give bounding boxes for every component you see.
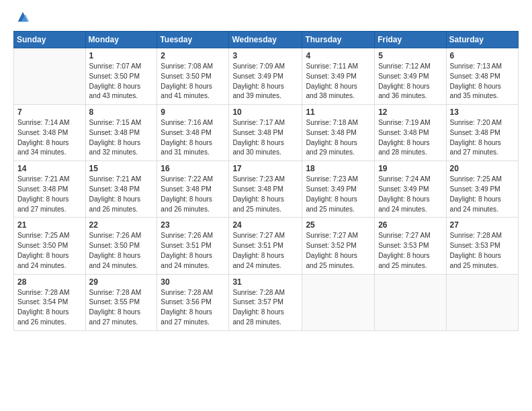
day-info: Sunrise: 7:18 AMSunset: 3:48 PMDaylight:… [306,118,371,158]
calendar-cell: 5Sunrise: 7:12 AMSunset: 3:49 PMDaylight… [375,48,446,105]
calendar-cell: 31Sunrise: 7:28 AMSunset: 3:57 PMDayligh… [229,274,302,330]
calendar-cell: 11Sunrise: 7:18 AMSunset: 3:48 PMDayligh… [302,105,375,161]
day-number: 23 [161,220,225,230]
day-info: Sunrise: 7:15 AMSunset: 3:48 PMDaylight:… [89,118,154,158]
day-number: 21 [17,220,82,230]
calendar-cell: 6Sunrise: 7:13 AMSunset: 3:48 PMDaylight… [446,48,518,105]
day-number: 24 [232,220,298,230]
calendar-cell: 12Sunrise: 7:19 AMSunset: 3:48 PMDayligh… [375,105,446,161]
day-number: 31 [232,277,298,287]
calendar-cell: 19Sunrise: 7:24 AMSunset: 3:49 PMDayligh… [375,161,446,218]
day-info: Sunrise: 7:08 AMSunset: 3:50 PMDaylight:… [161,62,225,101]
day-info: Sunrise: 7:11 AMSunset: 3:49 PMDaylight:… [306,62,371,101]
day-info: Sunrise: 7:19 AMSunset: 3:48 PMDaylight:… [378,118,442,158]
day-number: 19 [378,164,442,173]
calendar-cell: 16Sunrise: 7:22 AMSunset: 3:48 PMDayligh… [157,161,229,218]
day-info: Sunrise: 7:28 AMSunset: 3:57 PMDaylight:… [232,288,298,328]
day-info: Sunrise: 7:17 AMSunset: 3:48 PMDaylight:… [232,118,298,158]
header-wednesday: Wednesday [229,32,302,48]
logo-icon [15,9,30,24]
calendar-cell: 14Sunrise: 7:21 AMSunset: 3:48 PMDayligh… [14,161,86,218]
day-number: 18 [306,164,371,173]
logo [13,12,30,24]
header [13,12,519,24]
day-number: 7 [17,107,82,117]
calendar-cell: 2Sunrise: 7:08 AMSunset: 3:50 PMDaylight… [157,48,229,105]
calendar-cell: 15Sunrise: 7:21 AMSunset: 3:48 PMDayligh… [85,161,157,218]
day-info: Sunrise: 7:23 AMSunset: 3:49 PMDaylight:… [306,175,371,214]
calendar-cell: 29Sunrise: 7:28 AMSunset: 3:55 PMDayligh… [85,274,157,330]
calendar-cell: 3Sunrise: 7:09 AMSunset: 3:49 PMDaylight… [229,48,302,105]
day-info: Sunrise: 7:21 AMSunset: 3:48 PMDaylight:… [89,175,154,214]
day-number: 4 [306,51,371,60]
day-number: 11 [306,107,371,117]
header-tuesday: Tuesday [157,32,229,48]
day-info: Sunrise: 7:12 AMSunset: 3:49 PMDaylight:… [378,62,442,101]
calendar-week-row: 1Sunrise: 7:07 AMSunset: 3:50 PMDaylight… [14,48,519,105]
day-info: Sunrise: 7:24 AMSunset: 3:49 PMDaylight:… [378,175,442,214]
calendar-week-row: 7Sunrise: 7:14 AMSunset: 3:48 PMDaylight… [14,105,519,161]
calendar-cell: 20Sunrise: 7:25 AMSunset: 3:49 PMDayligh… [446,161,518,218]
day-number: 2 [161,51,225,60]
calendar-week-row: 28Sunrise: 7:28 AMSunset: 3:54 PMDayligh… [14,274,519,330]
calendar-header: Sunday Monday Tuesday Wednesday Thursday… [14,32,519,48]
calendar-cell: 4Sunrise: 7:11 AMSunset: 3:49 PMDaylight… [302,48,375,105]
calendar-body: 1Sunrise: 7:07 AMSunset: 3:50 PMDaylight… [14,48,519,331]
weekday-header-row: Sunday Monday Tuesday Wednesday Thursday… [14,32,519,48]
day-info: Sunrise: 7:13 AMSunset: 3:48 PMDaylight:… [450,62,515,101]
calendar-cell: 21Sunrise: 7:25 AMSunset: 3:50 PMDayligh… [14,218,86,274]
calendar-week-row: 14Sunrise: 7:21 AMSunset: 3:48 PMDayligh… [14,161,519,218]
day-number: 26 [378,220,442,230]
day-number: 9 [161,107,225,117]
day-info: Sunrise: 7:26 AMSunset: 3:50 PMDaylight:… [89,231,154,271]
calendar-cell: 8Sunrise: 7:15 AMSunset: 3:48 PMDaylight… [85,105,157,161]
page: Sunday Monday Tuesday Wednesday Thursday… [0,0,532,411]
calendar-cell: 27Sunrise: 7:28 AMSunset: 3:53 PMDayligh… [446,218,518,274]
header-sunday: Sunday [14,32,86,48]
day-info: Sunrise: 7:27 AMSunset: 3:51 PMDaylight:… [232,231,298,271]
day-number: 30 [161,277,225,287]
calendar-cell [14,48,86,105]
day-number: 14 [17,164,82,173]
day-number: 25 [306,220,371,230]
header-friday: Friday [375,32,446,48]
day-number: 22 [89,220,154,230]
day-number: 28 [17,277,82,287]
day-info: Sunrise: 7:14 AMSunset: 3:48 PMDaylight:… [17,118,82,158]
day-number: 12 [378,107,442,117]
header-saturday: Saturday [446,32,518,48]
day-info: Sunrise: 7:26 AMSunset: 3:51 PMDaylight:… [161,231,225,271]
calendar-cell [302,274,375,330]
day-info: Sunrise: 7:07 AMSunset: 3:50 PMDaylight:… [89,62,154,101]
day-info: Sunrise: 7:27 AMSunset: 3:52 PMDaylight:… [306,231,371,271]
day-number: 10 [232,107,298,117]
calendar-cell: 25Sunrise: 7:27 AMSunset: 3:52 PMDayligh… [302,218,375,274]
calendar-cell [446,274,518,330]
day-info: Sunrise: 7:23 AMSunset: 3:48 PMDaylight:… [232,175,298,214]
day-info: Sunrise: 7:27 AMSunset: 3:53 PMDaylight:… [378,231,442,271]
calendar-cell: 28Sunrise: 7:28 AMSunset: 3:54 PMDayligh… [14,274,86,330]
day-info: Sunrise: 7:16 AMSunset: 3:48 PMDaylight:… [161,118,225,158]
day-info: Sunrise: 7:21 AMSunset: 3:48 PMDaylight:… [17,175,82,214]
day-number: 15 [89,164,154,173]
calendar-cell: 24Sunrise: 7:27 AMSunset: 3:51 PMDayligh… [229,218,302,274]
calendar-cell: 22Sunrise: 7:26 AMSunset: 3:50 PMDayligh… [85,218,157,274]
day-number: 6 [450,51,515,60]
day-info: Sunrise: 7:20 AMSunset: 3:48 PMDaylight:… [450,118,515,158]
day-info: Sunrise: 7:28 AMSunset: 3:54 PMDaylight:… [17,288,82,328]
calendar-cell: 30Sunrise: 7:28 AMSunset: 3:56 PMDayligh… [157,274,229,330]
calendar-cell: 9Sunrise: 7:16 AMSunset: 3:48 PMDaylight… [157,105,229,161]
calendar-week-row: 21Sunrise: 7:25 AMSunset: 3:50 PMDayligh… [14,218,519,274]
day-number: 8 [89,107,154,117]
day-info: Sunrise: 7:25 AMSunset: 3:49 PMDaylight:… [450,175,515,214]
day-number: 3 [232,51,298,60]
calendar-cell: 7Sunrise: 7:14 AMSunset: 3:48 PMDaylight… [14,105,86,161]
day-info: Sunrise: 7:28 AMSunset: 3:56 PMDaylight:… [161,288,225,328]
day-number: 5 [378,51,442,60]
day-info: Sunrise: 7:09 AMSunset: 3:49 PMDaylight:… [232,62,298,101]
calendar-table: Sunday Monday Tuesday Wednesday Thursday… [13,31,519,331]
day-number: 29 [89,277,154,287]
calendar-cell: 18Sunrise: 7:23 AMSunset: 3:49 PMDayligh… [302,161,375,218]
day-number: 13 [450,107,515,117]
calendar-cell [375,274,446,330]
